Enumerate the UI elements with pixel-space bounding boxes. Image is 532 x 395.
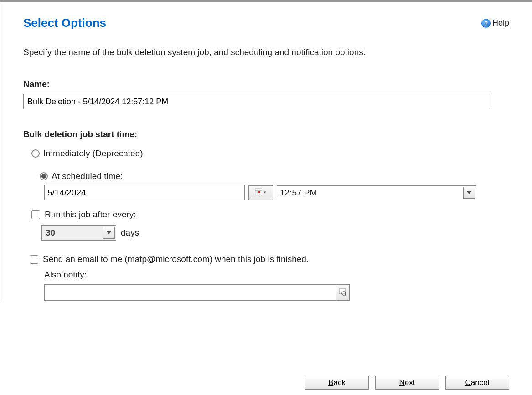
chevron-down-icon xyxy=(463,187,475,199)
email-notification-checkbox[interactable] xyxy=(30,255,38,264)
back-button[interactable]: Back xyxy=(305,376,369,390)
description-text: Specify the name of the bulk deletion sy… xyxy=(23,47,509,57)
svg-marker-6 xyxy=(264,192,266,194)
also-notify-input[interactable] xyxy=(44,284,336,301)
name-input[interactable] xyxy=(23,94,490,109)
cancel-button[interactable]: Cancel xyxy=(445,376,509,390)
lookup-button[interactable] xyxy=(336,284,350,301)
radio-scheduled[interactable] xyxy=(40,172,48,180)
help-label: Help xyxy=(492,18,509,28)
scheduled-time-value: 12:57 PM xyxy=(277,187,320,199)
radio-immediately[interactable] xyxy=(31,149,40,158)
svg-rect-5 xyxy=(258,191,260,193)
next-button[interactable]: Next xyxy=(375,376,439,390)
calendar-button[interactable] xyxy=(248,185,273,200)
email-notification-label: Send an email to me (matp@microsoft.com)… xyxy=(43,254,309,264)
wizard-footer: Back Next Cancel xyxy=(305,376,509,390)
help-link[interactable]: ? Help xyxy=(481,18,509,28)
start-time-label: Bulk deletion job start time: xyxy=(23,129,509,139)
recurrence-checkbox[interactable] xyxy=(31,210,40,219)
lookup-icon xyxy=(339,288,347,297)
also-notify-label: Also notify: xyxy=(44,270,509,280)
recurrence-interval-value: 30 xyxy=(42,227,59,239)
radio-scheduled-label: At scheduled time: xyxy=(52,171,123,181)
scheduled-time-select[interactable]: 12:57 PM xyxy=(277,185,476,200)
page-title: Select Options xyxy=(23,16,106,30)
recurrence-unit-label: days xyxy=(121,228,139,238)
svg-rect-7 xyxy=(339,289,346,294)
recurrence-interval-select[interactable]: 30 xyxy=(41,225,116,241)
help-icon: ? xyxy=(481,19,491,28)
radio-immediately-label: Immediately (Deprecated) xyxy=(43,149,143,159)
name-label: Name: xyxy=(23,79,509,89)
calendar-icon xyxy=(255,188,267,197)
chevron-down-icon xyxy=(103,227,115,239)
svg-line-9 xyxy=(345,295,346,296)
scheduled-date-input[interactable] xyxy=(44,185,245,200)
recurrence-label: Run this job after every: xyxy=(45,210,136,220)
